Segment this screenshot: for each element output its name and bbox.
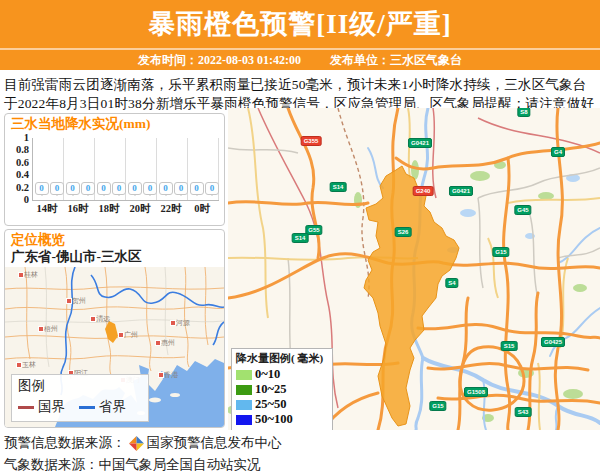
- publish-info-bar: 发布时间：2022-08-03 01:42:00 发布单位：三水区气象台: [0, 50, 600, 70]
- city-label: 贺州: [72, 296, 86, 306]
- chart-y-tick: 0.6: [6, 157, 29, 168]
- road-badge: G45: [514, 205, 531, 215]
- city-label: 惠州: [161, 338, 175, 348]
- location-breadcrumb: 广东省-佛山市-三水区: [5, 248, 224, 265]
- warning-header: 暴雨橙色预警[II级/严重]: [0, 0, 600, 50]
- location-title: 定位概览: [5, 230, 224, 248]
- precipitation-swatch: [236, 400, 252, 410]
- chart-point-label: 0: [66, 182, 80, 195]
- road-badge: G0421: [449, 186, 473, 196]
- mini-map-legend-title: 图例: [18, 377, 140, 395]
- chart-y-tick: 0.4: [6, 169, 29, 180]
- legend-line-swatch: [18, 406, 34, 409]
- chart-point-label: 0: [97, 182, 111, 195]
- chart-title: 三水当地降水实况(mm): [5, 114, 224, 132]
- road-badge: G355: [301, 136, 322, 146]
- road-badge: G0421: [408, 138, 432, 148]
- city-label: 香港: [164, 370, 178, 380]
- road-badge: S4: [445, 278, 458, 288]
- main-map[interactable]: G355G0421S8G4S14G240G0421G45G55S14S26G15…: [228, 108, 600, 430]
- chart-point-label: 0: [50, 182, 64, 195]
- legend-line-swatch: [79, 406, 95, 409]
- city-label: 河源: [176, 318, 190, 328]
- chart-point-label: 0: [128, 182, 142, 195]
- city-label: 桂林: [24, 270, 38, 280]
- publish-unit: 发布单位：三水区气象台: [330, 53, 462, 67]
- chart-x-tick: 22时: [161, 202, 182, 216]
- warning-source-line: 预警信息数据来源： 国家预警信息发布中心: [0, 430, 600, 452]
- precipitation-legend-title: 降水量图例( 毫米): [236, 351, 328, 366]
- chart-point-label: 0: [143, 182, 157, 195]
- city-label: 广州: [124, 330, 138, 340]
- data-source-footer: 预警信息数据来源： 国家预警信息发布中心 气象数据来源：中国气象局全国自动站实况: [0, 430, 600, 471]
- precipitation-range-label: 25~50: [255, 398, 287, 411]
- warning-source-name: 国家预警信息发布中心: [147, 434, 282, 452]
- precipitation-range-label: 10~25: [255, 383, 287, 396]
- precipitation-chart-panel: 三水当地降水实况(mm) 000000000000 00.20.40.60.81…: [4, 113, 225, 226]
- precipitation-legend: 降水量图例( 毫米) 0~1010~2525~5050~100100~250: [231, 348, 333, 430]
- chart-x-tick: 20时: [130, 202, 151, 216]
- precipitation-swatch: [236, 415, 252, 425]
- warning-source-prefix: 预警信息数据来源：: [4, 434, 126, 452]
- chart-x-tick: 18时: [99, 202, 120, 216]
- chart-y-tick: 0: [6, 194, 29, 205]
- chart-point-label: 0: [112, 182, 126, 195]
- road-badge: G15: [492, 247, 509, 257]
- weather-source-line: 气象数据来源：中国气象局全国自动站实况: [0, 452, 600, 471]
- chart-plot-area: 000000000000: [32, 138, 219, 201]
- city-label: 清远: [96, 314, 110, 324]
- mini-map-legend-item: 国界: [18, 398, 65, 416]
- national-warning-center-logo-icon: [129, 436, 144, 451]
- road-badge: S26: [395, 227, 412, 237]
- city-label: 梧州: [44, 324, 58, 334]
- road-badge: S8: [517, 108, 530, 117]
- publish-time: 发布时间：2022-08-03 01:42:00: [138, 53, 301, 67]
- location-overview-panel: 定位概览 广东省-佛山市-三水区: [4, 229, 225, 428]
- precipitation-swatch: [236, 370, 252, 380]
- precipitation-range-label: 0~10: [255, 368, 280, 381]
- road-badge: G240: [413, 186, 434, 196]
- road-badge: S14: [330, 182, 347, 192]
- mini-map-legend-items: 国界省界: [18, 398, 140, 416]
- precipitation-legend-item: 25~50: [236, 398, 328, 411]
- road-badge: G1508: [464, 387, 488, 397]
- chart-point-label: 0: [35, 182, 49, 195]
- chart-point-label: 0: [81, 182, 95, 195]
- road-badge: S15: [501, 341, 518, 351]
- chart-x-tick: 14时: [37, 202, 58, 216]
- mini-map-legend: 图例 国界省界: [11, 374, 149, 422]
- chart-y-tick: 0.8: [6, 144, 29, 155]
- chart-x-tick: 16时: [68, 202, 89, 216]
- precipitation-legend-item: 0~10: [236, 368, 328, 381]
- chart-point-label: 0: [205, 182, 219, 195]
- road-badge: S14: [292, 233, 309, 243]
- road-badge: G4: [551, 147, 565, 157]
- mini-map[interactable]: 桂林贺州梧州清远广州河源惠州玉林阳江澳门香港 图例 国界省界: [5, 267, 224, 427]
- road-badge: S43: [515, 407, 532, 417]
- chart-x-tick: 0时: [194, 202, 210, 216]
- mini-map-legend-item: 省界: [79, 398, 126, 416]
- chart-point-label: 0: [190, 182, 204, 195]
- precipitation-legend-item: 10~25: [236, 383, 328, 396]
- chart-y-tick: 1: [6, 132, 29, 143]
- chart-point-label: 0: [159, 182, 173, 195]
- page-title: 暴雨橙色预警[II级/严重]: [0, 0, 600, 49]
- precipitation-legend-item: 50~100: [236, 413, 328, 426]
- legend-item-label: 省界: [99, 398, 126, 416]
- precipitation-swatch: [236, 385, 252, 395]
- legend-item-label: 国界: [38, 398, 65, 416]
- chart-y-tick: 0.2: [6, 182, 29, 193]
- chart-point-label: 0: [174, 182, 188, 195]
- precipitation-range-label: 50~100: [255, 413, 293, 426]
- road-badge: G15: [429, 401, 446, 411]
- city-label: 玉林: [22, 360, 36, 370]
- road-badge: G0425: [541, 337, 565, 347]
- precipitation-legend-items: 0~1010~2525~5050~100100~250: [236, 368, 328, 430]
